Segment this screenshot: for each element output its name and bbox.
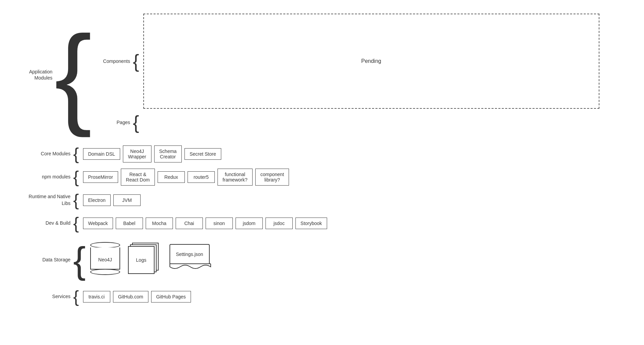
cylinder-bottom <box>90 269 120 275</box>
app-modules-label: Application Modules <box>20 69 54 81</box>
runtime-items: Electron JVM <box>79 194 624 206</box>
runtime-brace: { <box>73 192 79 209</box>
settings-doc: Settings.json <box>170 244 211 271</box>
components-label: Components <box>92 58 133 64</box>
core-modules-items: Domain DSL Neo4JWrapper SchemaCreator Se… <box>79 145 624 162</box>
schema-creator-box: SchemaCreator <box>154 145 182 162</box>
architecture-diagram: Application Modules { Components { Pendi… <box>0 0 644 345</box>
settings-wavy-bottom <box>170 263 211 271</box>
page-front: Logs <box>128 246 155 274</box>
github-pages-box: GitHub Pages <box>151 291 191 303</box>
pages-label: Pages <box>92 119 133 125</box>
dev-build-items: Webpack Babel Mocha Chai sinon jsdom jsd… <box>79 218 624 229</box>
jvm-box: JVM <box>113 194 141 206</box>
dev-build-label: Dev & Build <box>20 220 73 227</box>
jsdom-box: jsdom <box>236 218 263 229</box>
prosemirror-box: ProseMirror <box>83 171 118 183</box>
core-modules-brace: { <box>73 145 79 162</box>
storybook-box: Storybook <box>295 218 327 229</box>
app-modules-label-area: Application Modules { <box>20 14 92 136</box>
logs-pages: Logs <box>127 243 161 275</box>
app-modules-group: Application Modules { Components { Pendi… <box>20 14 624 136</box>
settings-doc-body: Settings.json <box>170 244 210 264</box>
router5-box: router5 <box>188 171 215 183</box>
webpack-box: Webpack <box>83 218 113 229</box>
chai-box: Chai <box>176 218 203 229</box>
react-reactdom-box: React &React Dom <box>121 169 155 186</box>
core-modules-label: Core Modules <box>20 151 73 157</box>
neo4j-cylinder: Neo4J <box>90 242 120 275</box>
functional-framework-box: functionalframework? <box>218 169 253 186</box>
neo4j-label: Neo4J <box>98 257 112 262</box>
dev-build-section: Dev & Build { Webpack Babel Mocha Chai s… <box>20 213 624 234</box>
services-items: travis.ci GitHub.com GitHub Pages <box>79 291 624 303</box>
app-sub-rows: Components { Pending Pages { <box>92 14 599 136</box>
mocha-box: Mocha <box>146 218 173 229</box>
pending-label: Pending <box>361 58 381 64</box>
services-section: Services { travis.ci GitHub.com GitHub P… <box>20 287 624 307</box>
components-brace: { <box>133 50 139 72</box>
runtime-label: Runtime and Native Libs <box>20 193 73 207</box>
electron-box: Electron <box>83 194 111 206</box>
component-library-box: componentlibrary? <box>255 169 289 186</box>
pages-brace: { <box>133 111 139 133</box>
sinon-box: sinon <box>206 218 233 229</box>
redux-box: Redux <box>158 171 185 183</box>
npm-modules-items: ProseMirror React &React Dom Redux route… <box>79 169 624 186</box>
npm-modules-label: npm modules <box>20 174 73 180</box>
domain-dsl-box: Domain DSL <box>83 148 120 160</box>
services-brace: { <box>73 288 79 305</box>
components-row: Components { Pending <box>92 14 599 109</box>
logs-label: Logs <box>136 257 146 263</box>
npm-modules-brace: { <box>73 169 79 186</box>
data-storage-brace: { <box>73 241 86 279</box>
pages-row: Pages { <box>92 109 599 136</box>
github-com-box: GitHub.com <box>113 291 148 303</box>
neo4j-wrapper-box: Neo4JWrapper <box>123 145 151 162</box>
secret-store-box: Secret Store <box>184 148 221 160</box>
travis-ci-box: travis.ci <box>83 291 110 303</box>
data-storage-items: Neo4J Logs Settings.json <box>86 242 624 278</box>
pending-box: Pending <box>143 14 599 109</box>
data-storage-label: Data Storage <box>20 257 73 263</box>
pending-area: Pending <box>139 14 599 109</box>
services-label: Services <box>20 293 73 300</box>
jsdoc-box: jsdoc <box>265 218 293 229</box>
cylinder-body: Neo4J <box>90 247 120 270</box>
data-storage-section: Data Storage { Neo4J Logs <box>20 241 624 279</box>
npm-modules-section: npm modules { ProseMirror React &React D… <box>20 167 624 187</box>
runtime-section: Runtime and Native Libs { Electron JVM <box>20 190 624 210</box>
app-modules-brace: { <box>54 36 92 114</box>
babel-box: Babel <box>116 218 143 229</box>
dev-build-brace: { <box>73 215 79 232</box>
core-modules-section: Core Modules { Domain DSL Neo4JWrapper S… <box>20 144 624 164</box>
